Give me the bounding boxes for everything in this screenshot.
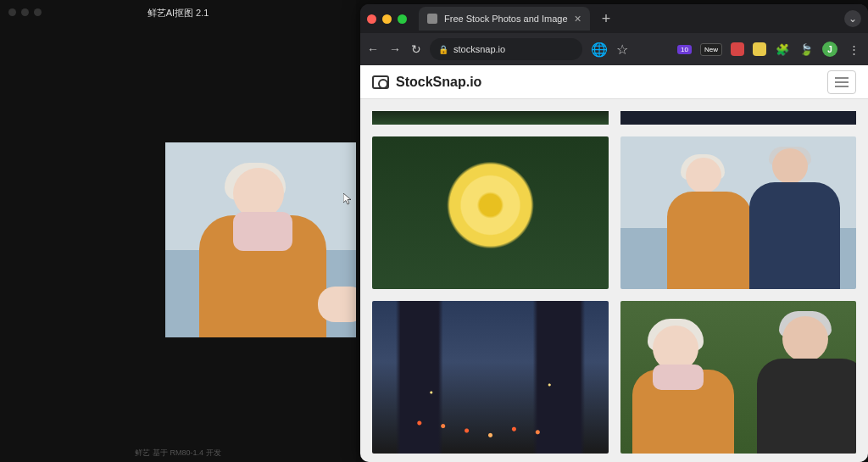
translate-icon[interactable]: 🌐 xyxy=(591,42,608,58)
favicon-icon xyxy=(427,14,437,24)
extension-icon[interactable] xyxy=(731,42,744,56)
forward-button[interactable]: → xyxy=(389,42,401,56)
tab-title: Free Stock Photos and Image xyxy=(444,14,568,24)
lock-icon: 🔒 xyxy=(438,45,448,54)
tab-strip: Free Stock Photos and Image × + ⌄ xyxy=(360,4,868,33)
window-traffic-lights[interactable] xyxy=(367,14,407,24)
photo-grid xyxy=(360,99,868,462)
browser-toolbar: ← → ↻ 🔒 stocksnap.io 🌐 ☆ 10 New 🧩 🍃 J ⋮ xyxy=(360,33,868,65)
site-name: StockSnap.io xyxy=(396,75,481,90)
photo-thumbnail[interactable] xyxy=(620,136,857,289)
extensions-puzzle-icon[interactable]: 🧩 xyxy=(775,42,790,57)
back-button[interactable]: ← xyxy=(367,42,379,56)
extension-badge[interactable]: 10 xyxy=(677,45,692,54)
mouse-cursor-icon xyxy=(343,193,352,205)
app-title: 鲜艺AI抠图 2.1 xyxy=(0,7,356,19)
profile-avatar[interactable]: J xyxy=(822,42,837,57)
close-tab-icon[interactable]: × xyxy=(575,12,581,25)
preview-subject xyxy=(216,168,318,337)
site-logo[interactable]: StockSnap.io xyxy=(372,75,481,90)
new-chip[interactable]: New xyxy=(700,43,722,56)
site-header: StockSnap.io xyxy=(360,65,868,99)
photo-thumbnail[interactable] xyxy=(620,301,857,454)
photo-thumbnail[interactable] xyxy=(620,111,857,125)
nav-buttons: ← → ↻ xyxy=(367,42,421,56)
zoom-dot[interactable] xyxy=(398,14,407,24)
leaf-icon[interactable]: 🍃 xyxy=(798,42,814,57)
preview-image[interactable] xyxy=(165,142,356,337)
browser-window: Free Stock Photos and Image × + ⌄ ← → ↻ … xyxy=(360,4,868,462)
page-content: StockSnap.io xyxy=(360,65,868,462)
close-dot[interactable] xyxy=(367,14,376,24)
tab-overflow-button[interactable]: ⌄ xyxy=(844,10,861,27)
url-text: stocksnap.io xyxy=(453,44,505,54)
photo-thumbnail[interactable] xyxy=(372,111,609,125)
kebab-menu-icon[interactable]: ⋮ xyxy=(846,42,861,57)
bookmark-star-icon[interactable]: ☆ xyxy=(616,42,628,58)
new-tab-button[interactable]: + xyxy=(597,10,616,28)
camera-icon xyxy=(372,75,389,89)
address-bar[interactable]: 🔒 stocksnap.io xyxy=(430,38,582,60)
photo-thumbnail[interactable] xyxy=(372,136,609,289)
browser-tab[interactable]: Free Stock Photos and Image × xyxy=(419,7,590,31)
minimize-dot[interactable] xyxy=(382,14,392,24)
photo-thumbnail[interactable] xyxy=(372,301,609,454)
reload-button[interactable]: ↻ xyxy=(411,42,421,56)
hamburger-menu-button[interactable] xyxy=(827,70,856,94)
ai-cutout-app-window: 鲜艺AI抠图 2.1 鲜艺 基于 RM80-1.4 开发 xyxy=(0,0,356,462)
app-footer: 鲜艺 基于 RM80-1.4 开发 xyxy=(0,448,356,459)
extension-icon[interactable] xyxy=(753,42,766,56)
extension-tray: 10 New 🧩 🍃 J ⋮ xyxy=(677,42,861,57)
